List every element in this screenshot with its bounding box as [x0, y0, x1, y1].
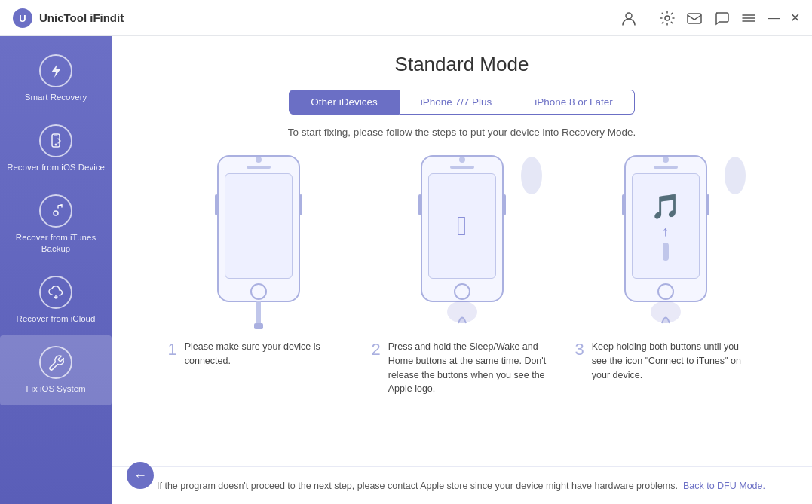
phone-camera-1	[256, 157, 262, 163]
side-btn-right-2	[503, 194, 506, 215]
step-3-illustration: 🎵 ↑	[605, 145, 726, 311]
phone-body-3: 🎵 ↑	[624, 155, 707, 302]
usb-cable-1	[253, 301, 264, 331]
close-button[interactable]: ✕	[790, 12, 800, 24]
phone-body-2: 	[421, 155, 504, 302]
sidebar-item-recover-itunes[interactable]: Recover from iTunes Backup	[0, 184, 112, 265]
svg-point-10	[55, 143, 57, 145]
svg-marker-8	[51, 64, 60, 78]
arrow-up-icon: ↑	[662, 224, 669, 240]
lightning-icon	[39, 54, 72, 87]
step-1-text: Please make sure your device is connecte…	[185, 340, 349, 368]
app-logo-icon: U	[12, 8, 33, 29]
phone-screen-2: 	[428, 173, 496, 279]
account-icon[interactable]	[620, 10, 637, 26]
recover-ios-label: Recover from iOS Device	[7, 162, 105, 173]
tab-iphone-77plus[interactable]: iPhone 7/7 Plus	[400, 90, 514, 115]
step-1-column: 1 Please make sure your device is connec…	[168, 145, 349, 368]
icloud-icon	[39, 276, 72, 309]
phone-screen-1	[225, 173, 293, 279]
fix-ios-label: Fix iOS System	[26, 383, 85, 395]
sidebar-item-fix-ios[interactable]: Fix iOS System	[0, 335, 112, 405]
sidebar-item-recover-icloud[interactable]: Recover from iCloud	[0, 265, 112, 335]
minimize-button[interactable]: —	[768, 12, 780, 24]
recover-icloud-label: Recover from iCloud	[17, 313, 96, 325]
step-3-description: 3 Keep holding both buttons until you se…	[575, 340, 756, 382]
itunes-icon	[39, 194, 72, 228]
back-arrow-icon: ←	[133, 468, 147, 484]
step-2-number: 2	[372, 340, 381, 359]
instruction-text: To start fixing, please follow the steps…	[112, 127, 812, 138]
chat-icon[interactable]	[713, 10, 730, 26]
footer-section: If the program doesn't proceed to the ne…	[112, 466, 812, 504]
mail-icon[interactable]	[686, 10, 703, 26]
smart-recovery-label: Smart Recovery	[25, 92, 87, 103]
back-button[interactable]: ←	[127, 462, 154, 489]
phone-camera-2	[459, 157, 465, 163]
phone-speaker-1	[247, 166, 271, 169]
hand-press-icon-3	[647, 297, 685, 327]
phone-camera-3	[663, 157, 669, 163]
step-3-text: Keep holding both buttons until you see …	[592, 340, 756, 382]
step-2-text: Press and hold the Sleep/Wake and Home b…	[388, 340, 553, 396]
footer-text: If the program doesn't proceed to the ne…	[157, 479, 765, 493]
phone-body-1	[217, 155, 300, 302]
step-3-column: 🎵 ↑	[575, 145, 756, 382]
svg-point-18	[725, 157, 746, 194]
side-btn-right-1	[299, 194, 302, 215]
svg-rect-13	[256, 301, 261, 327]
step-1-illustration	[198, 145, 319, 311]
hand-side-icon-3	[722, 153, 749, 198]
side-btn-left-3	[622, 194, 625, 215]
back-to-dfu-link[interactable]: Back to DFU Mode.	[683, 481, 765, 491]
app-title: UnicTool iFindit	[39, 11, 124, 24]
svg-rect-14	[254, 323, 263, 329]
hand-press-icon-2	[443, 297, 481, 327]
itunes-connect-icon: 🎵	[651, 192, 681, 221]
ios-device-icon	[39, 124, 72, 157]
settings-icon[interactable]	[659, 10, 676, 26]
tab-other-idevices[interactable]: Other iDevices	[289, 90, 400, 115]
wrench-icon	[39, 346, 72, 379]
sidebar: Smart Recovery Recover from iOS Device	[0, 36, 112, 504]
apple-logo-icon: 	[457, 210, 467, 242]
svg-point-3	[665, 16, 670, 20]
steps-container: 1 Please make sure your device is connec…	[112, 145, 812, 466]
phone-speaker-3	[654, 166, 678, 169]
title-divider	[648, 11, 648, 26]
step-2-description: 2 Press and hold the Sleep/Wake and Home…	[372, 340, 553, 396]
phone-home-1	[250, 283, 267, 300]
phone-speaker-2	[450, 166, 474, 169]
svg-point-11	[54, 211, 58, 215]
sidebar-item-recover-ios[interactable]: Recover from iOS Device	[0, 114, 112, 184]
side-btn-left-1	[215, 194, 218, 215]
title-bar: U UnicTool iFindit	[0, 0, 812, 36]
step-3-number: 3	[575, 340, 584, 359]
step-2-illustration: 	[402, 145, 522, 311]
step-1-number: 1	[168, 340, 177, 359]
title-bar-left: U UnicTool iFindit	[12, 8, 124, 29]
svg-point-2	[626, 13, 632, 19]
side-btn-right-3	[706, 194, 709, 215]
page-title: Standard Mode	[112, 53, 812, 76]
recover-itunes-label: Recover from iTunes Backup	[6, 232, 106, 255]
step-2-column: 	[372, 145, 553, 396]
hand-side-icon-2	[519, 153, 545, 198]
main-layout: Smart Recovery Recover from iOS Device	[0, 36, 812, 504]
side-btn-left-2	[418, 194, 421, 215]
svg-text:U: U	[19, 13, 26, 24]
svg-line-12	[58, 205, 62, 206]
svg-point-16	[521, 157, 542, 194]
content-area: Standard Mode Other iDevices iPhone 7/7 …	[112, 36, 812, 504]
title-bar-right: — ✕	[620, 10, 800, 26]
menu-icon[interactable]	[740, 10, 757, 26]
tabs-row: Other iDevices iPhone 7/7 Plus iPhone 8 …	[112, 90, 812, 115]
tab-iphone-8-later[interactable]: iPhone 8 or Later	[513, 90, 635, 115]
svg-rect-4	[688, 14, 701, 23]
step-1-description: 1 Please make sure your device is connec…	[168, 340, 349, 368]
phone-screen-3: 🎵 ↑	[632, 173, 700, 279]
sidebar-item-smart-recovery[interactable]: Smart Recovery	[0, 44, 112, 114]
